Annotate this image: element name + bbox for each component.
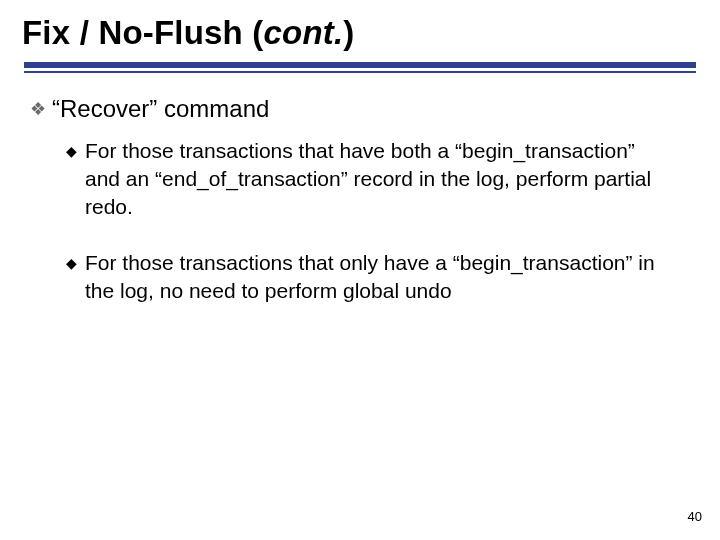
slide-title: Fix / No-Flush (cont.) (22, 14, 720, 52)
title-block: Fix / No-Flush (cont.) (0, 0, 720, 52)
dot-bullet-icon: ◆ (66, 137, 77, 165)
diamond-bullet-icon: ❖ (30, 95, 46, 123)
title-cont: cont. (264, 14, 344, 51)
dot-bullet-icon: ◆ (66, 249, 77, 277)
title-underline-thick (24, 62, 696, 68)
content-area: ❖ “Recover” command ◆ For those transact… (0, 73, 720, 305)
title-main: Fix / No-Flush ( (22, 14, 264, 51)
title-tail: ) (343, 14, 354, 51)
slide: Fix / No-Flush (cont.) ❖ “Recover” comma… (0, 0, 720, 540)
page-number: 40 (688, 509, 702, 524)
bullet-level2-text: For those transactions that have both a … (85, 137, 675, 221)
bullet-level1-text: “Recover” command (52, 95, 269, 123)
bullet-level2: ◆ For those transactions that have both … (66, 137, 694, 221)
bullet-level1: ❖ “Recover” command (30, 95, 694, 123)
bullet-level2-text: For those transactions that only have a … (85, 249, 675, 305)
bullet-level2: ◆ For those transactions that only have … (66, 249, 694, 305)
